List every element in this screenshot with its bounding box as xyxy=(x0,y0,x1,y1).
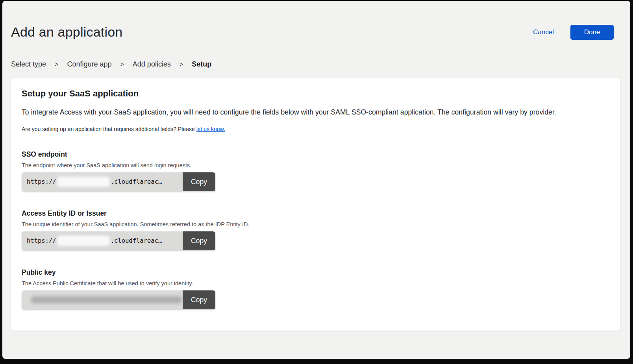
redacted-blur xyxy=(57,236,110,246)
breadcrumb: Select type > Configure app > Add polici… xyxy=(2,60,630,68)
entity-id-section: Access Entity ID or Issuer The unique id… xyxy=(22,209,609,250)
let-us-know-link[interactable]: let us know. xyxy=(196,126,225,132)
sso-endpoint-section: SSO endpoint The endpoint where your Saa… xyxy=(22,150,609,191)
entity-id-description: The unique identifier of your SaaS appli… xyxy=(22,221,609,227)
setup-card: Setup your SaaS application To integrate… xyxy=(10,78,621,331)
breadcrumb-step-setup: Setup xyxy=(192,60,211,68)
page-header: Add an application Cancel Done xyxy=(2,1,630,40)
sso-endpoint-value-suffix: .cloudflareac… xyxy=(111,178,162,185)
redacted-blur xyxy=(57,177,110,187)
app-window: Add an application Cancel Done Select ty… xyxy=(2,1,630,359)
header-actions: Cancel Done xyxy=(533,25,614,40)
sso-endpoint-field-row: https://.cloudflareac… Copy xyxy=(22,172,215,191)
entity-id-value-suffix: .cloudflareac… xyxy=(111,237,162,244)
sso-endpoint-label: SSO endpoint xyxy=(22,150,609,159)
card-note-text: Are you setting up an application that r… xyxy=(22,126,196,132)
breadcrumb-separator: > xyxy=(180,61,183,68)
card-note: Are you setting up an application that r… xyxy=(22,126,609,132)
cancel-button[interactable]: Cancel xyxy=(533,28,554,36)
card-intro-text: To integrate Access with your SaaS appli… xyxy=(22,108,609,116)
entity-id-label: Access Entity ID or Issuer xyxy=(22,209,609,218)
page-title: Add an application xyxy=(11,24,122,40)
entity-id-value: https://.cloudflareac… xyxy=(22,231,183,250)
sso-endpoint-value-prefix: https:// xyxy=(27,178,56,185)
breadcrumb-separator: > xyxy=(120,61,124,68)
sso-endpoint-description: The endpoint where your SaaS application… xyxy=(22,162,609,168)
public-key-copy-button[interactable]: Copy xyxy=(183,290,215,309)
public-key-value xyxy=(22,290,183,309)
card-title: Setup your SaaS application xyxy=(22,89,609,99)
redacted-blur xyxy=(31,296,182,303)
public-key-section: Public key The Access Public Certificate… xyxy=(22,268,609,309)
public-key-field-row: Copy xyxy=(22,290,215,309)
public-key-description: The Access Public Certificate that will … xyxy=(22,280,609,286)
entity-id-value-prefix: https:// xyxy=(27,237,56,244)
breadcrumb-step-select-type[interactable]: Select type xyxy=(11,60,46,68)
breadcrumb-step-add-policies[interactable]: Add policies xyxy=(133,60,171,68)
entity-id-copy-button[interactable]: Copy xyxy=(183,231,215,250)
breadcrumb-separator: > xyxy=(55,61,58,68)
entity-id-field-row: https://.cloudflareac… Copy xyxy=(22,231,215,250)
done-button[interactable]: Done xyxy=(570,25,614,40)
public-key-label: Public key xyxy=(22,268,609,277)
sso-endpoint-value: https://.cloudflareac… xyxy=(22,172,183,191)
breadcrumb-step-configure-app[interactable]: Configure app xyxy=(67,60,111,68)
sso-endpoint-copy-button[interactable]: Copy xyxy=(183,172,215,191)
